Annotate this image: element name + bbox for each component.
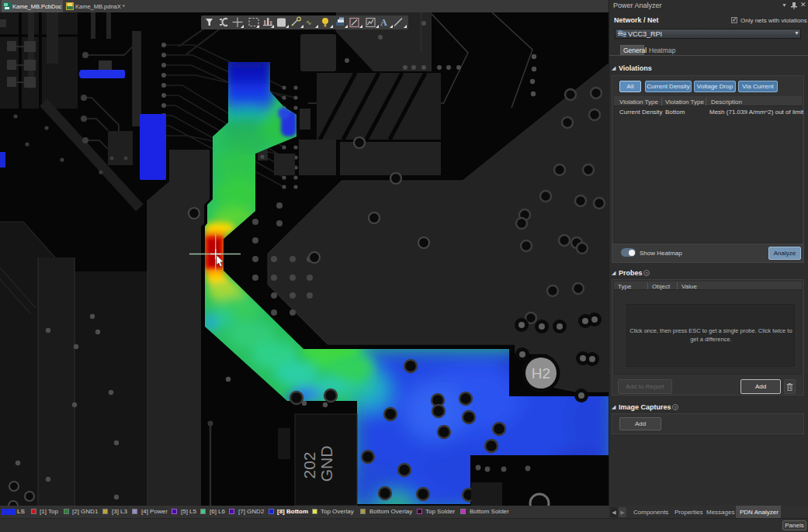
svg-text:202: 202: [300, 451, 318, 478]
svg-text:H2: H2: [532, 365, 550, 382]
svg-text:A: A: [380, 17, 387, 28]
svg-text:∿: ∿: [306, 19, 312, 26]
svg-text:GND: GND: [317, 446, 335, 482]
